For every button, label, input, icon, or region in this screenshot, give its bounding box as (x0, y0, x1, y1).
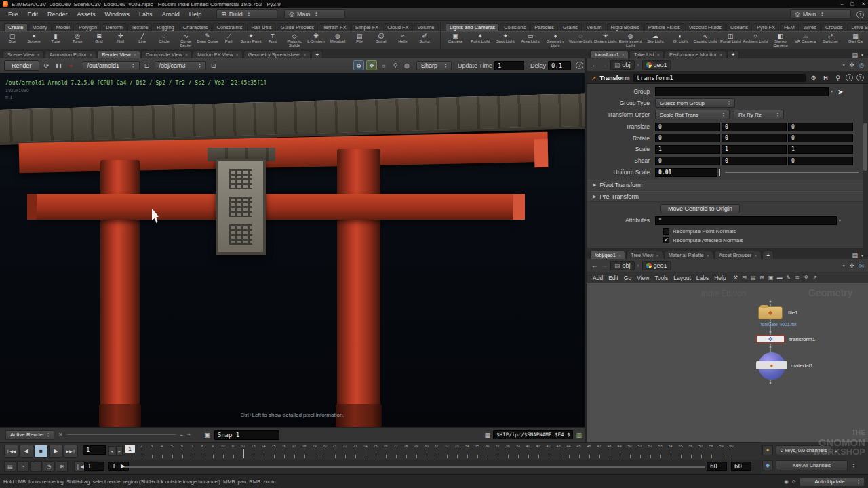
shelf-tab[interactable]: Characters (179, 23, 212, 31)
shelf-tab[interactable]: Terrain FX (319, 23, 351, 31)
network-menu-item[interactable]: Tools (652, 274, 671, 281)
frame-tick[interactable]: 7 (187, 444, 197, 459)
menu-item[interactable]: Assets (73, 9, 100, 19)
frame-tick[interactable]: 56 (686, 444, 696, 459)
play-forward-button[interactable]: ▶ (49, 445, 63, 458)
shelf-tool[interactable]: ◌ Volume Light (568, 32, 593, 49)
render-viewport[interactable]: /out/arnold1 Arnold 7.2.5.0 [CPU] Ca4 / … (0, 73, 585, 427)
pane-tab[interactable]: Motion FX View ✕ (193, 50, 243, 58)
chevron-down-icon[interactable]: ▼ (838, 218, 842, 222)
clear-icon[interactable]: ✕ (58, 432, 63, 438)
shelf-tool[interactable]: ≈ Helix (392, 32, 414, 49)
network-menu-item[interactable]: Layout (671, 274, 694, 281)
breadcrumb-node[interactable]: geo1 (642, 60, 671, 70)
range-slider-thumb[interactable]: ▶ (121, 463, 125, 469)
minimize-icon[interactable]: – (841, 1, 844, 7)
shelf-tool[interactable]: ◫ Portal Light (718, 32, 743, 49)
keys-summary-button[interactable]: 0 keys, 0/0 channels (776, 445, 831, 455)
uniform-scale-field[interactable]: 0.01 (655, 168, 717, 177)
shelf-tool[interactable]: ⊞ Grid (88, 32, 110, 49)
node-connector-dot[interactable] (769, 300, 772, 303)
info-icon[interactable]: i (846, 74, 853, 81)
pane-tab[interactable]: Take List ✕ (629, 50, 664, 58)
frame-tick[interactable]: 17 (289, 444, 299, 459)
chevron-down-icon[interactable]: ▼ (861, 53, 864, 57)
frame-ruler[interactable]: 1234567891011121314151617181920212223242… (126, 444, 736, 459)
network-menu-item[interactable]: View (634, 274, 652, 281)
maximize-icon[interactable]: ▢ (850, 1, 855, 7)
parameter-field-z[interactable]: 0 (788, 123, 853, 131)
lights-icon[interactable]: ☼ (379, 62, 389, 69)
chevron-down-icon[interactable]: ▼ (842, 63, 846, 67)
frame-tick[interactable]: 39 (513, 444, 523, 459)
file-node[interactable]: ◆ (758, 306, 783, 319)
frame-tick[interactable]: 18 (299, 444, 309, 459)
zoom-out-icon[interactable]: − (180, 432, 183, 439)
save-disk-icon[interactable]: ▦ (485, 432, 491, 439)
flag-icon[interactable]: ⊟ (741, 274, 749, 281)
set-key-icon[interactable]: ✦ (762, 445, 773, 455)
frame-tick[interactable]: 38 (502, 444, 513, 459)
frame-tick[interactable]: 46 (584, 444, 594, 459)
jump-to-start-button[interactable]: ❘◀◀ (4, 445, 18, 458)
frame-tick[interactable]: 13 (248, 444, 258, 459)
snapshot-name-field[interactable]: Snap 1 (214, 430, 279, 440)
transform-order-select[interactable]: Scale Rot Trans ▲▼ (655, 110, 730, 119)
frame-tick[interactable]: 21 (330, 444, 340, 459)
load-disk-icon[interactable]: ▥ (576, 432, 582, 439)
network-menu-item[interactable]: Add (590, 274, 606, 281)
close-tab-icon[interactable]: ✕ (90, 53, 92, 57)
frame-tick[interactable]: 53 (655, 444, 665, 459)
close-tab-icon[interactable]: ✕ (707, 253, 709, 258)
eye-icon[interactable]: ◉ (784, 479, 789, 485)
slider-handle[interactable] (718, 168, 721, 177)
network-menu-item[interactable]: Go (621, 274, 634, 281)
scrollbar-thumb[interactable] (863, 123, 867, 171)
move-centroid-button[interactable]: Move Centroid to Origin (660, 204, 740, 214)
shelf-tab[interactable]: Deform (102, 23, 127, 31)
channel-editor-icon[interactable]: ◆ (762, 460, 773, 470)
current-frame-field[interactable]: 1 (83, 445, 106, 455)
refresh-icon[interactable]: ⟳ (792, 479, 796, 485)
frame-tick[interactable]: 57 (696, 444, 706, 459)
close-tab-icon[interactable]: ✕ (185, 53, 188, 57)
zoom-in-icon[interactable]: + (187, 432, 191, 439)
chevron-down-icon[interactable]: ▼ (842, 264, 846, 268)
frame-tick[interactable]: 30 (421, 444, 431, 459)
next-frame-button[interactable]: ▸ (116, 446, 123, 456)
realtime-toggle-icon[interactable]: ◷ (43, 461, 55, 472)
shelf-tool[interactable]: ▭ Area Light (518, 32, 543, 49)
parameter-field-z[interactable]: 1 (788, 145, 853, 154)
frame-tick[interactable]: 35 (472, 444, 482, 459)
shelf-tool[interactable]: ✶ Point Light (468, 32, 493, 49)
frame-tick[interactable]: 27 (391, 444, 401, 459)
snapshot-path-field[interactable]: $HIP/ipr/$SNAPNAME.$F4.$ (493, 430, 573, 439)
shelf-tool[interactable]: ∿ Curve Bezier (175, 32, 197, 49)
frame-tick[interactable]: 37 (492, 444, 502, 459)
shelf-tab[interactable]: Texture (127, 23, 153, 31)
group-field[interactable] (655, 87, 829, 96)
parameter-field-y[interactable]: 0 (722, 123, 787, 131)
auto-update-select[interactable]: Auto Update ▲▼ (800, 477, 865, 487)
help-icon[interactable]: ? (576, 62, 583, 69)
frame-tick[interactable]: 33 (452, 444, 462, 459)
shelf-tab[interactable]: Model (52, 23, 74, 31)
menu-item[interactable]: Render (43, 9, 72, 19)
up-arrow-icon[interactable]: ▲ (834, 449, 837, 453)
network-menu-item[interactable]: Edit (606, 274, 621, 281)
shelf-tool[interactable]: ▤ File (349, 32, 370, 49)
follow-selection-icon[interactable]: ◎ (859, 62, 864, 68)
shelf-tab[interactable]: Guide Process (277, 23, 318, 31)
tools-icon[interactable]: ⚒ (732, 274, 740, 281)
parameter-field-x[interactable]: 1 (655, 145, 720, 154)
frame-tick[interactable]: 12 (238, 444, 248, 459)
shelf-tool[interactable]: ▣ Camera (443, 32, 468, 49)
menu-item[interactable]: Windows (101, 9, 134, 19)
preview-mode-icon[interactable]: ❖ (366, 60, 377, 70)
search-icon[interactable]: ⚲ (833, 75, 842, 81)
menu-item[interactable]: Edit (24, 9, 43, 19)
pre-transform-section[interactable]: ▶ Pre-Transform (587, 191, 863, 202)
choose-camera-icon[interactable]: ⊡ (209, 62, 218, 69)
recompute-affected-normals-checkbox[interactable]: ✓ (663, 237, 669, 243)
shelf-tool[interactable]: ∿ Caustic Light (693, 32, 718, 49)
